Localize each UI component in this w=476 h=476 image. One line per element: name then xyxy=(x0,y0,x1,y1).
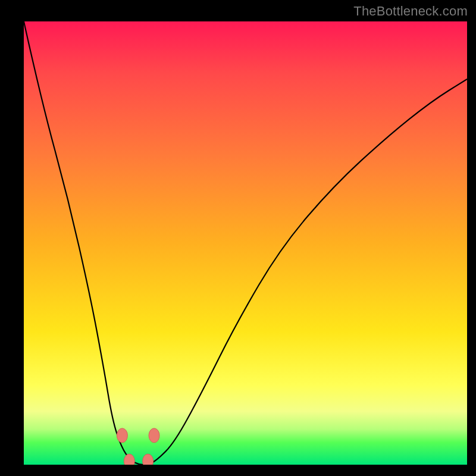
watermark-text: TheBottleneck.com xyxy=(353,4,468,19)
curve-marker-2 xyxy=(124,454,134,465)
plot-area xyxy=(24,21,467,465)
curve-marker-1 xyxy=(149,428,159,443)
bottleneck-curve-path xyxy=(24,21,467,465)
curve-svg xyxy=(24,21,467,465)
curve-marker-0 xyxy=(117,428,127,443)
chart-frame: TheBottleneck.com xyxy=(0,0,476,476)
curve-marker-3 xyxy=(143,454,154,465)
